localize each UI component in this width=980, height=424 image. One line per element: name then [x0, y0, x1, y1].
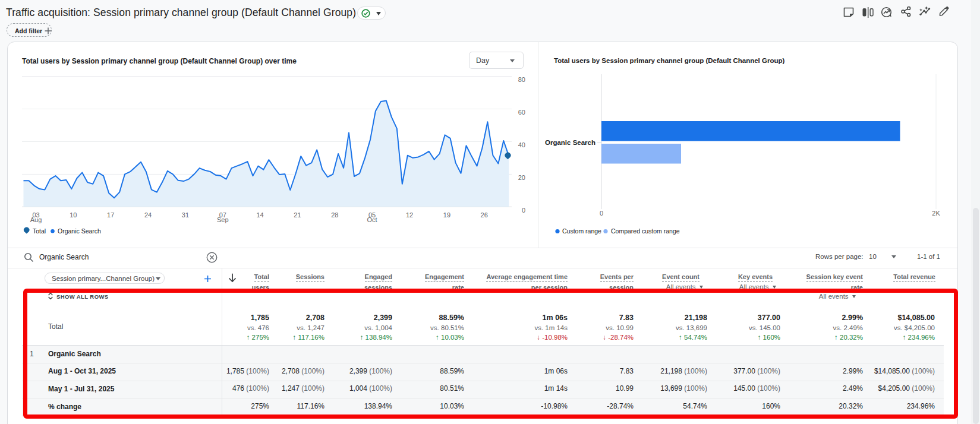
svg-text:31: 31 — [182, 211, 189, 219]
svg-text:26: 26 — [481, 211, 488, 219]
svg-text:19: 19 — [443, 211, 450, 219]
svg-text:14: 14 — [256, 211, 263, 219]
svg-text:Total: Total — [33, 227, 46, 235]
svg-text:Sep: Sep — [217, 216, 229, 223]
svg-text:Oct: Oct — [367, 216, 377, 223]
svg-text:0: 0 — [600, 210, 603, 217]
svg-text:Aug: Aug — [30, 216, 42, 223]
svg-text:21: 21 — [294, 211, 301, 219]
svg-text:28: 28 — [331, 211, 338, 219]
svg-text:10: 10 — [70, 211, 77, 219]
svg-text:Organic Search: Organic Search — [545, 139, 595, 146]
svg-text:20: 20 — [518, 174, 525, 181]
svg-text:Organic Search: Organic Search — [58, 227, 101, 235]
svg-text:40: 40 — [518, 141, 525, 148]
svg-text:17: 17 — [107, 211, 114, 219]
svg-text:12: 12 — [406, 211, 413, 219]
svg-text:24: 24 — [144, 211, 152, 219]
svg-text:80: 80 — [518, 76, 525, 83]
svg-text:60: 60 — [518, 109, 525, 116]
svg-text:Custom range: Custom range — [562, 227, 601, 235]
svg-text:2K: 2K — [932, 210, 940, 217]
svg-text:Compared custom range: Compared custom range — [611, 227, 680, 235]
svg-text:0: 0 — [522, 207, 525, 214]
